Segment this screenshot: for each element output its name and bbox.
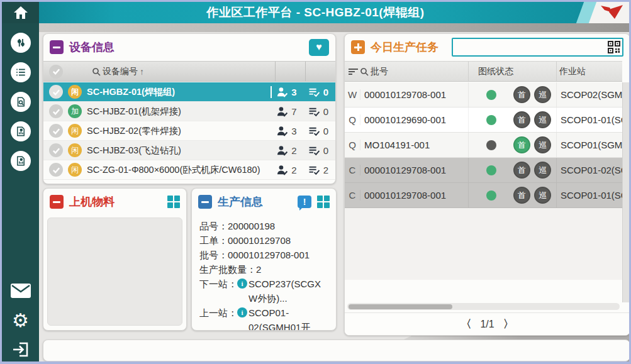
operator-count-icon [276, 86, 288, 98]
task-row[interactable]: Q 000010129690-001 首 巡 SCOP01-01(SGM... [345, 108, 622, 133]
task-row[interactable]: Q MO104191-001 首 巡 SCOP01(SGMH0... [345, 133, 622, 158]
drawing-status-dot [486, 190, 496, 201]
vertical-scrollbar[interactable] [622, 82, 629, 302]
first-inspection-button[interactable]: 首 [513, 162, 530, 179]
report-bar-icon[interactable] [11, 151, 31, 171]
scrollbar-thumb[interactable] [349, 304, 452, 309]
device-row[interactable]: 闲 SC-HGBZ-01(焊辊组) 3 0 [43, 82, 335, 102]
horizontal-scrollbar[interactable] [347, 303, 620, 310]
device-row[interactable]: 闲 SC-HJBZ-03(飞边钻孔) 2 0 [43, 141, 335, 160]
patrol-inspection-button[interactable]: 巡 [534, 86, 551, 103]
materials-panel-title: 上机物料 [69, 194, 114, 209]
qr-scan-icon[interactable] [608, 41, 620, 53]
task-search-input[interactable] [452, 38, 623, 57]
info-icon[interactable]: i [237, 279, 247, 289]
doc-search-icon[interactable] [11, 92, 31, 112]
row-checkbox[interactable] [49, 104, 63, 118]
task-type: C [345, 165, 360, 175]
grid-view-icon[interactable] [167, 196, 180, 208]
prev-page-button[interactable]: 〈 [461, 317, 471, 331]
device-row[interactable]: 闲 SC-HJBZ-02(零件焊接) 3 0 [43, 121, 335, 141]
patrol-inspection-button[interactable]: 巡 [534, 111, 551, 128]
select-all-checkbox[interactable] [49, 65, 63, 79]
sliders-icon[interactable] [11, 33, 31, 53]
production-field: 生产批数量： 2 [199, 262, 332, 277]
column-header-device-code[interactable]: 设备编号↑ [92, 66, 144, 77]
field-value: 000010129708-001 [228, 248, 310, 262]
toolbar-button[interactable] [43, 350, 127, 351]
report-pie-icon[interactable] [11, 121, 31, 141]
toolbar-button[interactable] [546, 350, 629, 351]
task-rows: W 000010129708-001 首 巡 SCOP02(SGMH0... Q… [345, 82, 622, 208]
favorite-heart-button[interactable]: ♥ [309, 39, 329, 56]
alert-message-icon[interactable]: ! [298, 196, 311, 208]
filter-icon[interactable] [349, 68, 358, 75]
device-metrics: 2 0 [276, 145, 330, 157]
mail-icon[interactable] [10, 283, 31, 299]
column-header-drawing-status[interactable]: 图纸状态 [468, 62, 556, 81]
row-checkbox[interactable] [49, 163, 63, 177]
device-row[interactable]: 加 SC-HJBZ-01(机架焊接) 7 0 [43, 102, 335, 121]
background-band [39, 23, 629, 32]
materials-panel-header: 上机物料 [43, 189, 186, 215]
operator-count-icon [276, 164, 288, 176]
task-row[interactable]: C 000010129708-001 首 巡 SCOP01-02(SGM... [345, 158, 622, 183]
patrol-inspection-button[interactable]: 巡 [534, 187, 551, 204]
job-count-icon [308, 86, 320, 98]
device-row[interactable]: 闲 SC-ZG-01-Φ800×6000(卧式机床/CW6180) 2 2 [43, 160, 335, 180]
info-icon[interactable]: i [237, 307, 247, 317]
field-value: 200000198 [228, 219, 275, 233]
task-row[interactable]: W 000010129708-001 首 巡 SCOP02(SGMH0... [345, 82, 622, 108]
field-label: 下一站： [199, 277, 237, 291]
job-count: 0 [323, 126, 328, 136]
first-inspection-button[interactable]: 首 [513, 111, 530, 128]
task-row[interactable]: C 000010129708-001 首 巡 SCOP01-01(SGM... [345, 183, 622, 208]
grid-view-icon[interactable] [317, 196, 330, 208]
row-checkbox[interactable] [49, 85, 63, 99]
row-checkbox[interactable] [49, 124, 63, 138]
patrol-inspection-button[interactable]: 巡 [534, 136, 551, 153]
collapse-icon[interactable] [50, 195, 64, 209]
home-button[interactable] [2, 2, 39, 23]
job-count-icon [308, 106, 320, 118]
column-header-station[interactable]: 作业站 [556, 62, 622, 81]
patrol-inspection-button[interactable]: 巡 [534, 162, 551, 179]
device-status-badge: 闲 [68, 163, 82, 177]
device-status-badge: 加 [68, 104, 82, 118]
production-field: 品号： 200000198 [199, 219, 332, 233]
column-header-operators [275, 62, 305, 81]
page-title: 作业区工作平台 - SC-HGBZ-01(焊辊组) [2, 2, 629, 23]
toolbar-button[interactable] [294, 350, 378, 351]
task-batch: 000010129690-001 [360, 114, 468, 125]
next-page-button[interactable]: 〉 [503, 317, 514, 331]
search-icon [92, 67, 101, 76]
toolbar-button[interactable] [462, 350, 546, 351]
toolbar-button[interactable] [127, 350, 211, 351]
column-header-batch[interactable]: 批号 [360, 66, 468, 77]
row-checkbox[interactable] [49, 143, 63, 157]
task-batch: MO104191-001 [360, 140, 468, 150]
production-tasks-panel: 今日生产任务 [344, 33, 629, 336]
operator-count-icon [276, 106, 288, 118]
collapse-icon[interactable] [198, 195, 212, 209]
first-inspection-button[interactable]: 首 [513, 187, 530, 204]
operator-count: 7 [291, 106, 296, 117]
pagination-bar: 〈 1/1 〉 [345, 312, 629, 335]
logout-icon[interactable] [12, 341, 30, 358]
production-field: 工单： 000010129708 [199, 233, 332, 248]
device-status-badge: 闲 [68, 124, 82, 138]
first-inspection-button[interactable]: 首 [513, 86, 530, 103]
operator-count-icon [276, 145, 288, 157]
equipment-panel-title: 设备信息 [69, 40, 114, 55]
add-task-icon[interactable] [351, 40, 365, 54]
equipment-info-panel: 设备信息 ♥ 设备编号↑ 闲 [43, 33, 336, 184]
toolbar-button[interactable] [211, 350, 294, 351]
collapse-icon[interactable] [50, 40, 64, 54]
task-batch: 000010129708-001 [360, 190, 468, 201]
page-indicator: 1/1 [480, 319, 494, 330]
gear-icon[interactable]: ⚙ [12, 311, 29, 330]
first-inspection-button[interactable]: 首 [513, 136, 530, 153]
list-icon[interactable] [11, 62, 31, 82]
toolbar-button[interactable] [379, 350, 462, 351]
device-code: SC-HGBZ-01(焊辊组) [87, 86, 175, 98]
